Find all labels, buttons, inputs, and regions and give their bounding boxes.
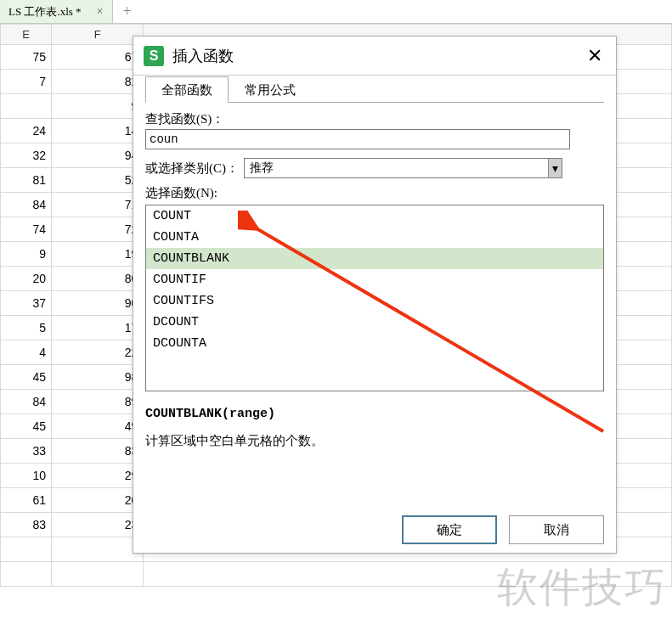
cell[interactable]: 32 [1,143,52,168]
cell[interactable]: 74 [1,217,52,242]
search-label: 查找函数(S)： [145,111,604,127]
cell[interactable]: 94 [52,143,144,168]
cell[interactable]: 98 [52,365,144,390]
dialog-title: 插入函数 [172,46,575,66]
cell[interactable]: 84 [1,390,52,414]
tab-all-functions[interactable]: 全部函数 [145,76,229,103]
cell[interactable]: 67 [52,45,144,70]
new-tab-button[interactable]: + [113,0,142,23]
dialog-titlebar: S 插入函数 ✕ [133,37,616,76]
cell[interactable]: 5 [1,316,52,340]
table-row [1,562,672,587]
cell[interactable]: 90 [52,291,144,316]
file-tab-label: LS 工作表.xls * [8,4,82,20]
cell[interactable]: 45 [1,414,52,439]
tab-common-formulas[interactable]: 常用公式 [229,76,312,103]
select-function-label: 选择函数(N): [145,185,604,201]
function-item[interactable]: COUNTBLANK [146,248,603,269]
function-signature: COUNTBLANK(range) [145,407,604,421]
cell[interactable] [52,537,144,562]
cell[interactable] [144,562,672,587]
cell[interactable]: 83 [1,513,52,537]
chevron-down-icon: ▾ [548,159,562,177]
cell[interactable]: 22 [52,340,144,365]
cell[interactable]: 75 [1,45,52,70]
cell[interactable]: 72 [52,217,144,242]
cell[interactable]: 83 [52,439,144,464]
cell[interactable]: 9 [52,94,144,119]
col-header[interactable]: F [52,25,144,45]
cell[interactable] [1,562,52,587]
close-icon[interactable]: ✕ [584,45,606,67]
cell[interactable]: 20 [52,488,144,513]
cell[interactable]: 45 [1,365,52,390]
cell[interactable]: 89 [52,390,144,414]
cell[interactable]: 24 [1,119,52,143]
search-input[interactable] [145,129,570,149]
function-item[interactable]: COUNTA [146,227,603,248]
function-item[interactable]: DCOUNT [146,312,603,333]
cell[interactable]: 52 [52,168,144,193]
col-header[interactable]: E [1,25,52,45]
file-tab[interactable]: LS 工作表.xls * × [0,0,113,23]
cell[interactable]: 71 [52,193,144,217]
file-tab-strip: LS 工作表.xls * × + [0,0,672,24]
cell[interactable]: 61 [1,488,52,513]
cell[interactable]: 37 [1,291,52,316]
cell[interactable] [52,562,144,587]
cell[interactable]: 9 [1,242,52,267]
ok-button[interactable]: 确定 [402,515,497,544]
cell[interactable]: 19 [52,242,144,267]
cell[interactable]: 17 [52,316,144,340]
cell[interactable]: 29 [52,464,144,488]
function-item[interactable]: COUNT [146,205,603,227]
app-icon: S [144,46,164,66]
cell[interactable]: 84 [1,193,52,217]
cell[interactable]: 23 [52,513,144,537]
category-label: 或选择类别(C)： [145,160,239,177]
cell[interactable]: 7 [1,70,52,94]
cell[interactable]: 20 [1,267,52,291]
tab-close-icon[interactable]: × [97,5,104,19]
category-select[interactable]: 推荐 ▾ [244,158,562,178]
cell[interactable]: 14 [52,119,144,143]
function-item[interactable]: DCOUNTA [146,333,603,354]
cell[interactable]: 81 [1,168,52,193]
cell[interactable]: 80 [52,267,144,291]
cell[interactable]: 82 [52,70,144,94]
dialog-tabs: 全部函数 常用公式 [145,76,604,103]
cancel-button[interactable]: 取消 [509,515,604,544]
cell[interactable] [1,537,52,562]
function-description: 计算区域中空白单元格的个数。 [145,433,604,449]
function-item[interactable]: COUNTIF [146,269,603,290]
function-listbox[interactable]: COUNTCOUNTACOUNTBLANKCOUNTIFCOUNTIFSDCOU… [145,205,604,391]
insert-function-dialog: S 插入函数 ✕ 全部函数 常用公式 查找函数(S)： 或选择类别(C)： 推荐… [133,36,617,554]
cell[interactable]: 49 [52,414,144,439]
cell[interactable]: 10 [1,464,52,488]
cell[interactable]: 4 [1,340,52,365]
cell[interactable]: 33 [1,439,52,464]
category-value: 推荐 [250,160,274,176]
cell[interactable] [1,94,52,119]
function-item[interactable]: COUNTIFS [146,290,603,312]
